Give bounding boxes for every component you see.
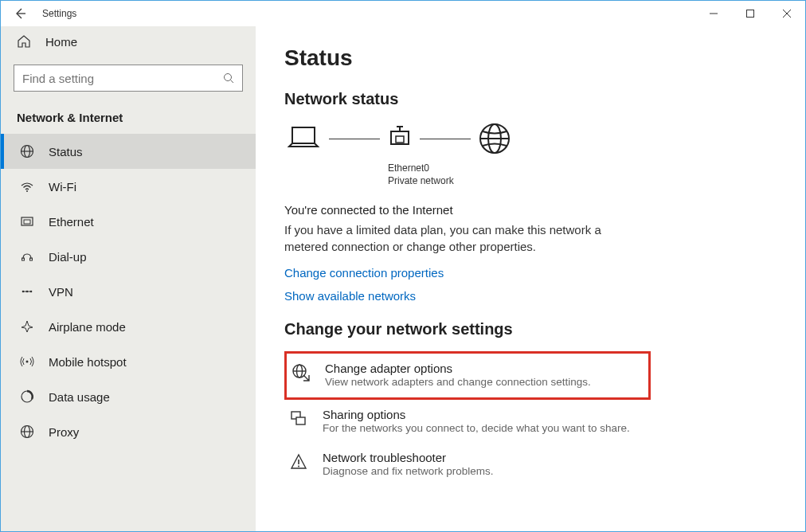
sharing-options-icon [288, 408, 310, 428]
sidebar-item-label: Mobile hotspot [49, 355, 127, 369]
connection-line [420, 139, 471, 139]
svg-point-4 [225, 74, 232, 81]
sidebar-item-label: Wi-Fi [49, 180, 76, 194]
sidebar-item-datausage[interactable]: Data usage [1, 379, 256, 414]
category-header: Network & Internet [1, 103, 256, 134]
search-input[interactable] [14, 65, 243, 92]
home-link[interactable]: Home [1, 26, 256, 57]
switch-icon [386, 125, 413, 152]
svg-line-5 [231, 80, 234, 84]
sidebar-item-status[interactable]: Status [1, 134, 256, 169]
svg-rect-35 [296, 417, 305, 424]
option-title: Network troubleshooter [323, 451, 648, 464]
search-icon [223, 72, 234, 84]
option-title: Change adapter options [325, 362, 645, 375]
sidebar-item-label: Ethernet [49, 215, 94, 229]
window-title: Settings [39, 8, 695, 19]
laptop-icon [284, 123, 323, 155]
globe-icon [477, 121, 512, 156]
option-troubleshooter[interactable]: Network troubleshooter Diagnose and fix … [284, 443, 651, 487]
network-type: Private network [388, 175, 777, 188]
svg-rect-23 [292, 127, 315, 143]
section-change-settings: Change your network settings [284, 320, 777, 338]
sidebar-item-label: Data usage [49, 390, 110, 404]
vpn-icon [20, 284, 34, 299]
link-change-connection-properties[interactable]: Change connection properties [284, 266, 777, 280]
sidebar: Home Network & Internet Status Wi-Fi Eth [1, 26, 256, 531]
dialup-icon [20, 249, 34, 264]
svg-point-37 [298, 466, 299, 467]
sidebar-item-label: Status [49, 145, 83, 158]
option-desc: Diagnose and fix network problems. [323, 464, 648, 479]
adapter-options-icon [290, 362, 312, 382]
connection-status-title: You're connected to the Internet [284, 203, 777, 217]
sidebar-item-airplane[interactable]: Airplane mode [1, 309, 256, 344]
minimize-button[interactable] [695, 1, 732, 26]
network-diagram [284, 121, 777, 156]
svg-rect-1 [747, 10, 754, 18]
option-desc: View network adapters and change connect… [325, 375, 645, 389]
close-button[interactable] [769, 1, 805, 26]
search-field[interactable] [22, 72, 223, 85]
home-icon [17, 34, 31, 49]
titlebar: Settings [1, 1, 805, 26]
sidebar-item-label: Airplane mode [49, 320, 126, 334]
option-desc: For the networks you connect to, decide … [323, 421, 648, 436]
sidebar-item-ethernet[interactable]: Ethernet [1, 204, 256, 239]
adapter-name: Ethernet0 [388, 162, 777, 175]
hotspot-icon [20, 354, 34, 369]
content-area: Status Network status Ethernet0 Private … [256, 26, 805, 531]
wifi-icon [20, 179, 34, 194]
connection-status-desc: If you have a limited data plan, you can… [284, 221, 619, 255]
back-button[interactable] [1, 1, 39, 26]
sidebar-item-proxy[interactable]: Proxy [1, 414, 256, 449]
sidebar-item-label: Dial-up [49, 250, 87, 264]
sidebar-item-label: Proxy [49, 425, 79, 439]
troubleshooter-icon [288, 451, 310, 471]
proxy-icon [20, 424, 34, 439]
svg-rect-25 [396, 136, 404, 143]
svg-point-9 [26, 190, 28, 192]
home-label: Home [45, 35, 77, 49]
svg-point-18 [26, 361, 29, 363]
maximize-button[interactable] [732, 1, 769, 26]
sidebar-item-vpn[interactable]: VPN [1, 274, 256, 309]
svg-rect-13 [30, 258, 33, 260]
option-sharing[interactable]: Sharing options For the networks you con… [284, 400, 651, 444]
option-title: Sharing options [323, 408, 648, 421]
section-network-status: Network status [284, 90, 777, 108]
diagram-label: Ethernet0 Private network [388, 162, 777, 187]
sidebar-item-dialup[interactable]: Dial-up [1, 239, 256, 274]
option-change-adapter[interactable]: Change adapter options View network adap… [284, 351, 651, 400]
data-usage-icon [20, 389, 34, 404]
svg-rect-11 [24, 220, 30, 224]
page-title: Status [284, 45, 777, 71]
sidebar-item-label: VPN [49, 285, 73, 299]
sidebar-item-wifi[interactable]: Wi-Fi [1, 169, 256, 204]
connection-line [329, 139, 380, 139]
link-show-available-networks[interactable]: Show available networks [284, 289, 777, 303]
airplane-icon [20, 319, 34, 334]
status-icon [20, 144, 34, 158]
sidebar-item-hotspot[interactable]: Mobile hotspot [1, 344, 256, 379]
svg-rect-12 [22, 258, 25, 260]
ethernet-icon [20, 214, 34, 229]
